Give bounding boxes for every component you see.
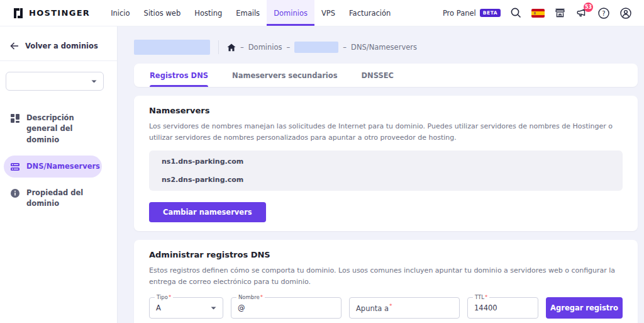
breadcrumb-separator: – — [343, 43, 347, 52]
ttl-label: TTL — [475, 294, 484, 300]
nav-item-inicio[interactable]: Inicio — [104, 0, 136, 26]
search-icon[interactable] — [509, 6, 523, 20]
nameserver-2: ns2.dns-parking.com — [162, 171, 610, 189]
back-to-domains-link[interactable]: Volver a dominios — [0, 42, 117, 50]
notification-count-badge: 53 — [584, 3, 593, 12]
ttl-value: 14400 — [474, 303, 497, 312]
nameserver-1: ns1.dns-parking.com — [162, 152, 610, 171]
domain-select[interactable] — [6, 72, 104, 91]
sidebar-item-domain-overview[interactable]: Descripción general del dominio — [4, 107, 102, 151]
tab-registros-dns[interactable]: Registros DNS — [150, 64, 208, 87]
sidebar-item-label: DNS/Nameservers — [26, 161, 100, 172]
sidebar: Volver a dominios — [0, 26, 118, 323]
account-icon[interactable] — [619, 6, 633, 20]
main-nav: Inicio Sitios web Hosting Emails Dominio… — [104, 0, 397, 26]
beta-badge: BETA — [480, 9, 501, 17]
breadcrumb-separator: – — [287, 43, 291, 52]
info-icon — [10, 188, 20, 198]
name-label: Nombre — [238, 294, 260, 300]
main-content: – Dominios – – DNS/Nameservers Registros… — [118, 26, 644, 323]
change-nameservers-button[interactable]: Cambiar nameservers — [149, 202, 266, 222]
nav-item-emails[interactable]: Emails — [229, 0, 267, 26]
top-navbar: HOSTINGER Inicio Sitios web Hosting Emai… — [0, 0, 644, 26]
type-label: Tipo — [157, 294, 168, 300]
record-points-to-input[interactable]: Apunta a* — [349, 297, 460, 319]
breadcrumb-current: DNS/Nameservers — [351, 43, 417, 52]
nav-item-sitios-web[interactable]: Sitios web — [137, 0, 188, 26]
hostinger-hpanel: HOSTINGER Inicio Sitios web Hosting Emai… — [0, 0, 644, 323]
sidebar-item-label: Descripción general del dominio — [26, 113, 96, 145]
add-record-button[interactable]: Agregar registro — [546, 297, 623, 319]
store-icon[interactable] — [553, 6, 567, 20]
dns-records-description: Estos registros definen cómo se comporta… — [149, 265, 623, 287]
tab-nameservers-secundarios[interactable]: Nameservers secundarios — [232, 64, 338, 87]
sidebar-item-label: Propiedad del dominio — [26, 188, 96, 210]
help-icon[interactable]: ? — [597, 6, 611, 20]
navbar-actions: Pro Panel BETA — [443, 0, 633, 26]
chevron-down-icon — [91, 80, 97, 83]
dns-servers-icon — [10, 162, 20, 172]
redacted-domain-crumb — [294, 42, 338, 53]
record-type-select[interactable]: Tipo* A — [149, 297, 223, 319]
record-name-input[interactable]: Nombre* @ — [231, 297, 341, 319]
nameservers-card: Nameservers Los servidores de nombres ma… — [134, 96, 638, 231]
announcements-icon[interactable]: 53 — [575, 6, 589, 20]
nav-item-dominios[interactable]: Dominios — [267, 0, 314, 26]
nameservers-description: Los servidores de nombres manejan las so… — [149, 121, 623, 143]
dashboard-icon — [10, 113, 20, 123]
add-record-form: Tipo* A Nombre* @ — [149, 297, 623, 319]
nav-item-hosting[interactable]: Hosting — [187, 0, 229, 26]
svg-text:?: ? — [602, 9, 605, 16]
sidebar-item-domain-ownership[interactable]: Propiedad del dominio — [4, 182, 102, 215]
hostinger-logo-icon — [13, 8, 24, 19]
language-flag-es-icon[interactable] — [531, 6, 545, 20]
dns-records-card: Administrar registros DNS Estos registro… — [134, 240, 638, 323]
breadcrumb-separator: – — [240, 43, 244, 52]
record-ttl-input[interactable]: TTL* 14400 — [467, 297, 538, 319]
breadcrumb-divider — [218, 40, 219, 54]
sidebar-item-dns-nameservers[interactable]: DNS/Nameservers — [4, 156, 102, 178]
dns-tabs: Registros DNS Nameservers secundarios DN… — [134, 64, 638, 87]
nav-item-facturacion[interactable]: Facturación — [342, 0, 397, 26]
redacted-domain-title — [134, 40, 210, 55]
hostinger-logo[interactable]: HOSTINGER — [13, 0, 90, 26]
home-icon[interactable] — [227, 43, 236, 52]
name-value: @ — [238, 303, 245, 312]
points-to-placeholder: Apunta a — [356, 304, 389, 313]
breadcrumb-dominios[interactable]: Dominios — [248, 43, 282, 52]
nav-item-vps[interactable]: VPS — [314, 0, 342, 26]
tab-dnssec[interactable]: DNSSEC — [362, 64, 394, 87]
sidebar-divider — [0, 60, 117, 61]
breadcrumb: – Dominios – – DNS/Nameservers — [134, 39, 638, 55]
pro-panel-link[interactable]: Pro Panel BETA — [443, 9, 501, 18]
type-value: A — [156, 303, 161, 312]
back-arrow-icon — [10, 42, 19, 50]
nameservers-title: Nameservers — [149, 106, 623, 115]
pro-panel-label: Pro Panel — [443, 9, 476, 18]
brand-name: HOSTINGER — [29, 8, 90, 18]
dns-records-title: Administrar registros DNS — [149, 250, 623, 259]
back-label: Volver a dominios — [25, 42, 98, 50]
chevron-down-icon — [211, 307, 216, 310]
sidebar-menu: Descripción general del dominio DN — [0, 107, 117, 215]
nameservers-box: ns1.dns-parking.com ns2.dns-parking.com — [149, 150, 623, 191]
